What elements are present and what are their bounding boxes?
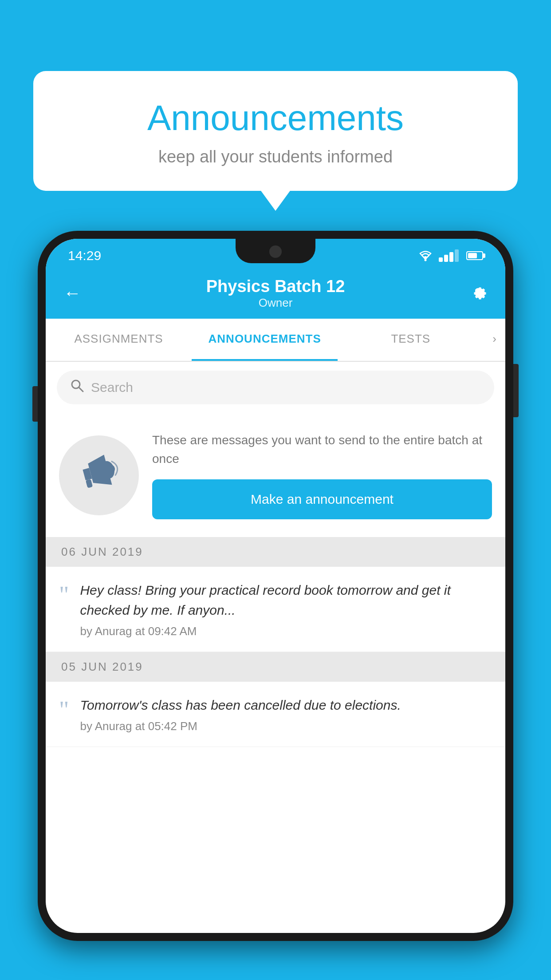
announcement-text-1: Hey class! Bring your practical record b…	[80, 580, 492, 620]
speech-bubble-subtitle: keep all your students informed	[60, 147, 491, 166]
speech-bubble-title: Announcements	[60, 98, 491, 138]
search-placeholder: Search	[91, 380, 133, 395]
date-separator-1: 06 JUN 2019	[46, 537, 505, 567]
phone-outer: 14:29	[38, 231, 513, 941]
promo-right: These are messages you want to send to t…	[152, 431, 492, 519]
date-separator-2: 05 JUN 2019	[46, 652, 505, 682]
status-icons	[417, 249, 483, 262]
signal-icon	[439, 249, 459, 262]
tab-more[interactable]: ›	[484, 319, 505, 361]
phone-side-button-right	[513, 364, 519, 417]
header-center: Physics Batch 12 Owner	[206, 277, 345, 310]
announcement-meta-2: by Anurag at 05:42 PM	[80, 719, 492, 733]
megaphone-icon	[72, 445, 126, 505]
phone-screen: 14:29	[46, 239, 505, 933]
speech-bubble-section: Announcements keep all your students inf…	[33, 71, 518, 191]
battery-icon	[466, 251, 483, 260]
search-input-wrapper[interactable]: Search	[57, 371, 494, 404]
tabs-container: ASSIGNMENTS ANNOUNCEMENTS TESTS ›	[46, 319, 505, 362]
phone-side-button-left	[32, 386, 38, 422]
header-subtitle: Owner	[206, 296, 345, 310]
announcement-item-2[interactable]: " Tomorrow's class has been cancelled du…	[46, 682, 505, 747]
make-announcement-button[interactable]: Make an announcement	[152, 479, 492, 519]
announcement-text-2: Tomorrow's class has been cancelled due …	[80, 695, 492, 715]
phone-notch	[236, 239, 315, 263]
app-header: ← Physics Batch 12 Owner	[46, 268, 505, 319]
announcement-content-1: Hey class! Bring your practical record b…	[80, 580, 492, 638]
search-container: Search	[46, 362, 505, 413]
quote-icon-1: "	[59, 582, 69, 607]
announcement-meta-1: by Anurag at 09:42 AM	[80, 624, 492, 638]
promo-icon-circle	[59, 435, 139, 515]
svg-point-0	[425, 259, 427, 261]
quote-icon-2: "	[59, 697, 69, 722]
back-button[interactable]: ←	[63, 283, 81, 303]
settings-icon[interactable]	[469, 282, 488, 304]
tab-assignments[interactable]: ASSIGNMENTS	[46, 319, 192, 361]
wifi-icon	[417, 249, 433, 262]
tab-announcements[interactable]: ANNOUNCEMENTS	[192, 319, 338, 361]
promo-section: These are messages you want to send to t…	[46, 413, 505, 537]
tab-tests[interactable]: TESTS	[338, 319, 484, 361]
svg-line-2	[79, 387, 83, 391]
announcement-item-1[interactable]: " Hey class! Bring your practical record…	[46, 567, 505, 652]
phone-container: 14:29	[38, 231, 513, 980]
announcement-content-2: Tomorrow's class has been cancelled due …	[80, 695, 492, 733]
status-time: 14:29	[68, 248, 101, 263]
search-icon	[70, 379, 84, 396]
speech-bubble-card: Announcements keep all your students inf…	[33, 71, 518, 191]
phone-camera	[269, 245, 282, 258]
promo-text: These are messages you want to send to t…	[152, 431, 492, 468]
header-title: Physics Batch 12	[206, 277, 345, 296]
